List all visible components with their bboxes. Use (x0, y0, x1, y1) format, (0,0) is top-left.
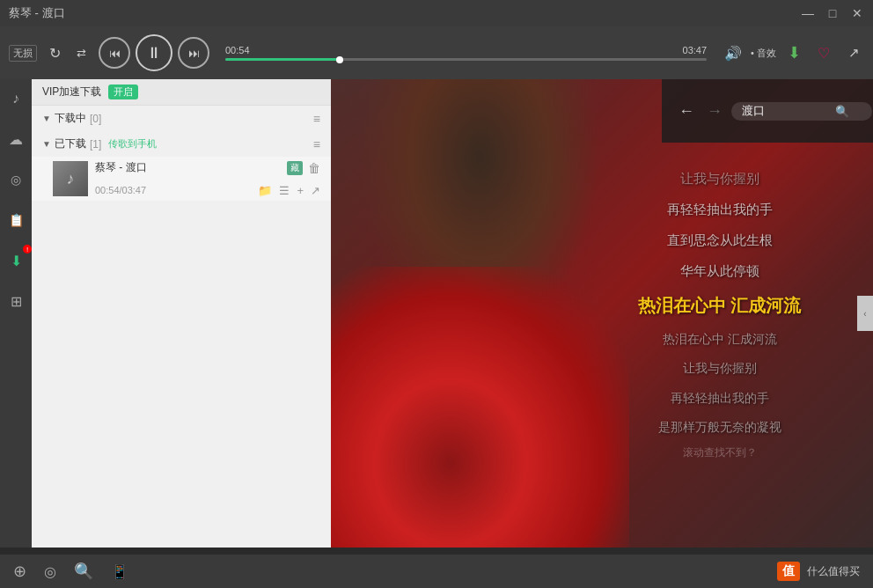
downloading-section-header[interactable]: ▼ 下载中 [0] ≡ (32, 106, 331, 131)
music-icon[interactable]: ♪ (4, 86, 28, 111)
heart-btn[interactable]: ♡ (813, 42, 834, 63)
song-title: 蔡琴 - 渡口 (95, 160, 147, 175)
share-btn[interactable]: ↗ (843, 42, 864, 63)
vip-bar: VIP加速下载 开启 (32, 79, 331, 106)
vip-open-btn[interactable]: 开启 (108, 85, 138, 99)
progress-section: 00:54 03:47 (225, 45, 707, 61)
lyric-line-4: 华年从此停顿 (583, 259, 855, 283)
song-info: 蔡琴 - 渡口 藏 🗑 00:54/03:47 📁 ☰ + ↗ (95, 160, 320, 197)
song-quality-btn[interactable]: 藏 (287, 161, 303, 175)
bottom-right: 值 什么值得买 (777, 562, 860, 581)
right-content: ← → 🔍 乐库 电台 MV 节目 直播 歌词 🖥 ⚙ 🎨 🔉 — □ (331, 79, 873, 548)
time-total: 03:47 (683, 45, 708, 55)
downloaded-count: [1] (90, 138, 101, 151)
tagline-text: 什么值得买 (807, 564, 860, 579)
chart-icon[interactable]: 📋 (4, 208, 28, 232)
song-add-icon[interactable]: + (297, 184, 304, 197)
broadcast-icon[interactable]: ◎ (4, 167, 28, 192)
play-pause-btn[interactable]: ⏸ (136, 34, 172, 71)
song-thumbnail: ♪ (53, 161, 88, 196)
vip-text: VIP加速下载 (42, 85, 101, 99)
lyric-line-8: 再轻轻抽出我的手 (583, 387, 855, 409)
downloaded-label: 已下载 (55, 136, 86, 151)
location-btn[interactable]: ◎ (44, 563, 56, 580)
search-input[interactable] (742, 105, 830, 118)
minimize-btn[interactable]: — (801, 6, 815, 20)
downloading-arrow: ▼ (42, 114, 51, 123)
downloading-count: [0] (90, 113, 101, 125)
song-item: ♪ 蔡琴 - 渡口 藏 🗑 00:54/03:47 📁 ☰ + (32, 157, 331, 201)
add-btn[interactable]: ⊕ (13, 562, 26, 581)
grid-icon[interactable]: ⊞ (4, 289, 28, 313)
effect-btn[interactable]: • 音效 (751, 47, 776, 60)
nav-forward-btn[interactable]: → (703, 102, 726, 121)
volume-label: 无损 (9, 45, 37, 62)
repeat-btn[interactable]: ↻ (44, 42, 65, 63)
logo-icon: 值 (777, 562, 800, 581)
title-bar: 蔡琴 - 渡口 — □ ✕ (0, 0, 873, 26)
next-btn[interactable]: ⏭ (178, 37, 209, 69)
progress-fill (225, 58, 340, 61)
lyrics-container: 让我与你握别 再轻轻抽出我的手 直到思念从此生根 华年从此停顿 热泪在心中 汇成… (575, 79, 873, 548)
progress-thumb (336, 56, 343, 63)
search-box: 🔍 (731, 102, 872, 121)
player-bar: 无损 ↻ ⇄ ⏮ ⏸ ⏭ 00:54 03:47 🔊 • 音效 ⬇ ♡ ↗ (0, 26, 873, 79)
shuffle-btn[interactable]: ⇄ (70, 42, 92, 63)
main-content: ♪ ☁ ◎ 📋 ⬇ ! ⊞ VIP加速下载 开启 ▼ 下载中 [0] ≡ ▼ 已… (0, 79, 873, 548)
downloading-label: 下载中 (55, 111, 86, 126)
search-icon[interactable]: 🔍 (835, 105, 849, 118)
lyric-line-3: 直到思念从此生根 (583, 228, 855, 252)
song-folder-icon[interactable]: 📁 (258, 184, 272, 197)
downloading-menu[interactable]: ≡ (313, 112, 320, 126)
cloud-icon[interactable]: ☁ (4, 127, 28, 151)
volume-btn[interactable]: 🔊 (723, 42, 744, 63)
title-text: 蔡琴 - 渡口 (9, 5, 65, 21)
sidebar-icons: ♪ ☁ ◎ 📋 ⬇ ! ⊞ (0, 79, 32, 548)
song-share2-icon[interactable]: ↗ (311, 184, 320, 197)
download-btn[interactable]: ⬇ (783, 42, 804, 63)
time-current: 00:54 (225, 45, 250, 55)
bottom-bar: ⊕ ◎ 🔍 📱 值 什么值得买 (0, 555, 873, 588)
song-progress: 00:54/03:47 (95, 185, 146, 195)
lyric-line-6: 热泪在心中 汇成河流 (583, 328, 855, 350)
zoom-btn[interactable]: 🔍 (74, 562, 93, 581)
downloaded-arrow: ▼ (42, 139, 51, 149)
song-list-icon[interactable]: ☰ (279, 184, 290, 197)
lyric-line-1: 让我与你握别 (583, 166, 855, 190)
prev-btn[interactable]: ⏮ (99, 37, 130, 69)
lyric-hint: 滚动查找不到？ (583, 445, 855, 460)
downloaded-section-header[interactable]: ▼ 已下载 [1] 传歌到手机 ≡ (32, 131, 331, 157)
transfer-to-phone[interactable]: 传歌到手机 (108, 137, 157, 151)
download-panel: VIP加速下载 开启 ▼ 下载中 [0] ≡ ▼ 已下载 [1] 传歌到手机 ≡… (32, 79, 331, 548)
song-delete-btn[interactable]: 🗑 (308, 161, 320, 175)
mobile-btn[interactable]: 📱 (111, 563, 128, 580)
lyric-line-7: 让我与你握别 (583, 357, 855, 379)
lyric-line-9: 是那样万般无奈的凝视 (583, 416, 855, 438)
lyric-line-2: 再轻轻抽出我的手 (583, 197, 855, 221)
downloaded-menu[interactable]: ≡ (313, 137, 320, 151)
maximize-btn[interactable]: □ (825, 6, 840, 20)
lyric-line-active: 热泪在心中 汇成河流 (583, 290, 855, 321)
top-nav: ← → 🔍 乐库 电台 MV 节目 直播 歌词 🖥 ⚙ 🎨 🔉 — □ (662, 79, 873, 143)
close-btn[interactable]: ✕ (850, 6, 864, 20)
song-action-icons: 📁 ☰ + ↗ (258, 184, 320, 197)
progress-track[interactable] (225, 58, 707, 61)
collapse-btn[interactable]: ‹ (857, 296, 873, 331)
nav-back-btn[interactable]: ← (675, 102, 698, 121)
